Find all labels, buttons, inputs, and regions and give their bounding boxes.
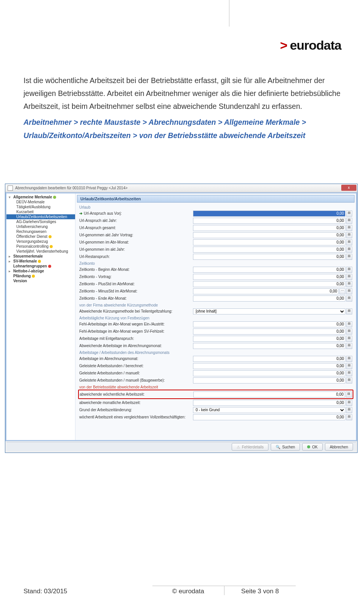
- history-button[interactable]: ▤: [346, 370, 352, 376]
- value-input[interactable]: [193, 225, 345, 231]
- tree-item[interactable]: ▸SV-Merkmale: [6, 259, 75, 264]
- history-button[interactable]: ▤: [346, 321, 352, 327]
- value-input[interactable]: [193, 329, 345, 335]
- field-label: wöchentl Arbeitszeit eines vergleichbare…: [79, 415, 193, 419]
- tree-item[interactable]: Vierteljährl. Verdiensterhebung: [6, 249, 75, 254]
- abbrechen-button[interactable]: Abbrechen: [325, 443, 353, 451]
- tree-item[interactable]: Urlaub/Zeitkonto/Arbeitszeiten: [6, 214, 75, 219]
- field-label: Fehl-Arbeitstage im Abr-Monat wegen Ein-…: [79, 322, 193, 326]
- history-button[interactable]: ▤: [346, 308, 352, 314]
- tree-label: Öffentlicher Dienst: [16, 234, 47, 239]
- field-wrapper: ▤: [193, 329, 352, 335]
- value-input[interactable]: [193, 400, 345, 406]
- tree-item[interactable]: Kurzarbeit: [6, 209, 75, 214]
- history-button[interactable]: ▤: [346, 336, 352, 342]
- field-label: Geleistete Arbeitsstunden / berechnet:: [79, 364, 193, 368]
- value-input[interactable]: [193, 336, 345, 342]
- value-input[interactable]: [193, 247, 345, 253]
- field-wrapper: ▤: [193, 274, 352, 280]
- tree-item[interactable]: Tätigkeit/Ausbildung: [6, 204, 75, 209]
- value-input[interactable]: [193, 239, 345, 245]
- field-wrapper: ▤: [193, 400, 352, 406]
- history-button[interactable]: ▤: [346, 363, 352, 369]
- field-label: abweichende wöchentliche Arbeitszeit:: [80, 392, 193, 396]
- field-wrapper: ▤: [193, 295, 352, 302]
- history-button[interactable]: ▤: [346, 343, 352, 349]
- value-input[interactable]: [193, 363, 345, 369]
- history-button[interactable]: ▤: [346, 356, 352, 362]
- history-button[interactable]: ▤: [346, 232, 352, 238]
- tree-item[interactable]: ▸Nettobe-/-abzüge: [6, 269, 75, 273]
- value-input[interactable]: [193, 254, 345, 260]
- status-dot-icon: [38, 260, 41, 263]
- history-button[interactable]: ▤: [346, 391, 352, 398]
- close-button[interactable]: x: [341, 185, 356, 191]
- tree-item[interactable]: AG-Darlehen/Sonstiges: [6, 219, 75, 224]
- tree-item[interactable]: Versorgungsbezug: [6, 239, 75, 244]
- group-title: von der Betriebsstätte abweichende Arbei…: [75, 384, 356, 390]
- field-label: abweichende monatliche Arbeitszeit:: [79, 401, 193, 405]
- ok-button[interactable]: OK: [302, 443, 322, 451]
- history-button[interactable]: ▤: [346, 225, 352, 231]
- highlight-box: abweichende wöchentliche Arbeitszeit:▤: [78, 390, 353, 399]
- field-label: Grund der Arbeitszeitänderung:: [79, 408, 193, 412]
- suchen-button[interactable]: 🔍Suchen: [271, 443, 300, 451]
- value-input[interactable]: [193, 232, 345, 238]
- tree-item[interactable]: Unfallversicherung: [6, 224, 75, 229]
- value-input[interactable]: [193, 288, 339, 294]
- history-button[interactable]: ▤: [346, 239, 352, 245]
- tree-item[interactable]: Personalcontrolling: [6, 244, 75, 249]
- value-input[interactable]: [193, 281, 345, 287]
- dropdown[interactable]: 0 - kein Grund: [193, 407, 345, 413]
- dropdown[interactable]: [ohne Inhalt]: [193, 308, 345, 314]
- history-button[interactable]: ▤: [346, 295, 352, 302]
- history-button[interactable]: ▤: [346, 407, 352, 413]
- history-button[interactable]: ▤: [346, 247, 352, 253]
- value-input[interactable]: [193, 414, 345, 420]
- value-input[interactable]: [193, 295, 345, 302]
- field-label: Geleistete Arbeitsstunden / manuell (Bau…: [79, 378, 193, 382]
- fehlerdetails-button[interactable]: ⚠Fehlerdetails: [232, 443, 268, 451]
- value-input[interactable]: [193, 343, 345, 349]
- group-title: Arbeitstägliche Kürzung von Festbezügen: [75, 315, 356, 321]
- history-button[interactable]: ▤: [346, 211, 352, 217]
- value-input[interactable]: [193, 274, 345, 280]
- check-icon: [307, 445, 310, 448]
- tree-item[interactable]: Version: [6, 278, 75, 283]
- value-input[interactable]: [193, 356, 345, 362]
- history-button[interactable]: ▤: [346, 414, 352, 420]
- tree-label: SV-Merkmale: [13, 259, 37, 263]
- value-input[interactable]: [193, 391, 345, 398]
- value-input[interactable]: [193, 370, 345, 376]
- tree-item[interactable]: Pfändung: [6, 273, 75, 278]
- app-body: ▾Allgemeine MerkmaleDEÜV-MerkmaleTätigke…: [5, 192, 357, 441]
- document-body: Ist die wöchentliche Arbeitszeit bei der…: [24, 74, 341, 145]
- history-button[interactable]: ▤: [346, 218, 352, 224]
- history-button[interactable]: ▤: [346, 377, 352, 384]
- value-input[interactable]: [193, 267, 345, 273]
- value-input[interactable]: [193, 321, 345, 327]
- tree-label: Personalcontrolling: [16, 244, 49, 248]
- history-button[interactable]: ▤: [346, 281, 352, 287]
- field-label: Zeitkonto - PlusStd im AbrMonat:: [79, 282, 193, 286]
- tree-item[interactable]: Öffentlicher Dienst: [6, 234, 75, 239]
- value-input[interactable]: [193, 211, 345, 217]
- tree-item[interactable]: ▾Allgemeine Merkmale: [6, 195, 75, 200]
- tree-item[interactable]: DEÜV-Merkmale: [6, 200, 75, 204]
- group-title: Arbeitstage / Arbeitsstunden des Abrechn…: [75, 349, 356, 355]
- tree-item[interactable]: ▸Steuermerkmale: [6, 254, 75, 259]
- history-button[interactable]: ▤: [346, 254, 352, 260]
- tree-item[interactable]: Rechnungswesen: [6, 229, 75, 234]
- tree-label: Unfallversicherung: [16, 225, 48, 229]
- extra-button[interactable]: ⋯: [339, 288, 345, 294]
- history-button[interactable]: ▤: [346, 400, 352, 406]
- history-button[interactable]: ▤: [346, 274, 352, 280]
- value-input[interactable]: [193, 377, 345, 384]
- history-button[interactable]: ▤: [346, 267, 352, 273]
- history-button[interactable]: ▤: [346, 329, 352, 335]
- field-wrapper: ▤: [193, 414, 352, 420]
- history-button[interactable]: ▤: [346, 288, 352, 294]
- value-input[interactable]: [193, 218, 345, 224]
- tree-item[interactable]: Lohnartengruppen: [6, 264, 75, 269]
- field-label: Arbeitstage mit Entgeltanspruch:: [79, 336, 193, 341]
